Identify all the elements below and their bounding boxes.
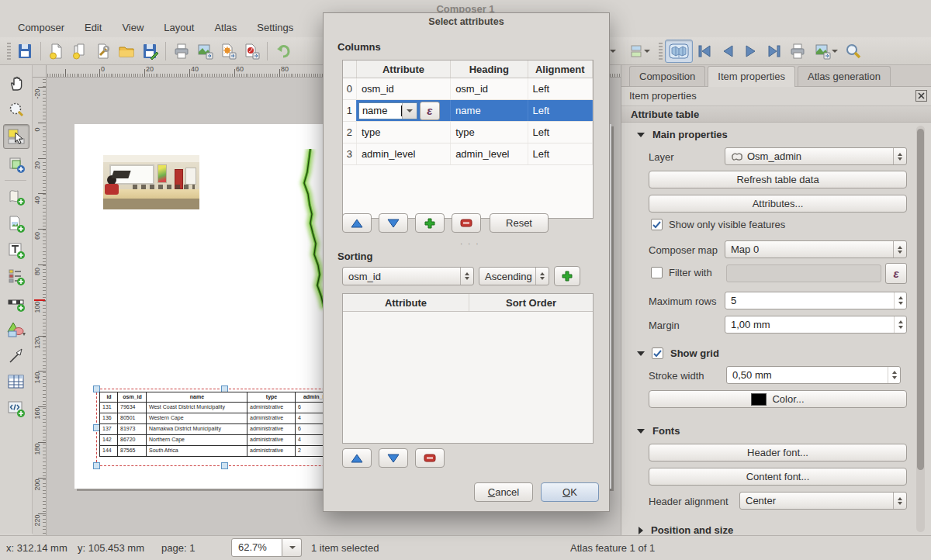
- add-map-button[interactable]: [3, 185, 29, 209]
- duplicate-composition-button[interactable]: [68, 40, 92, 62]
- sorting-remove-button[interactable]: [415, 448, 445, 468]
- refresh-table-button[interactable]: Refresh table data: [649, 171, 907, 188]
- print-atlas-button[interactable]: [786, 40, 809, 62]
- menu-edit[interactable]: Edit: [74, 19, 112, 36]
- printer-icon: [789, 43, 806, 60]
- selection-handle[interactable]: [221, 462, 228, 469]
- filter-expression-button[interactable]: ε: [885, 263, 907, 284]
- print-button[interactable]: [170, 40, 193, 62]
- new-composition-button[interactable]: [45, 40, 68, 62]
- menu-composer[interactable]: Composer: [8, 19, 74, 36]
- add-arrow-button[interactable]: [3, 344, 29, 368]
- add-legend-button[interactable]: [3, 264, 29, 289]
- scrollbar-thumb[interactable]: [917, 129, 924, 470]
- attributes-button[interactable]: Attributes...: [649, 195, 907, 213]
- show-grid-header[interactable]: Show grid: [637, 347, 719, 359]
- splitter-handle[interactable]: · · ·: [460, 240, 480, 248]
- export-pdf-button[interactable]: [240, 40, 263, 62]
- atlas-settings-button[interactable]: [842, 40, 865, 62]
- picture-item[interactable]: [103, 155, 199, 209]
- fonts-header[interactable]: Fonts: [637, 425, 680, 437]
- next-feature-button[interactable]: [739, 40, 763, 62]
- columns-row-1-selected[interactable]: 1 name ε name Left: [343, 100, 593, 122]
- tab-item-properties[interactable]: Item properties: [708, 66, 795, 87]
- columns-row-2[interactable]: 2 type type Left: [343, 122, 593, 143]
- zoom-level-dropdown[interactable]: [282, 538, 302, 557]
- composer-manager-button[interactable]: [92, 40, 115, 62]
- dropdown-caret-icon: [644, 50, 650, 53]
- stroke-width-spinbox[interactable]: 0,50 mm: [726, 366, 901, 384]
- previous-feature-button[interactable]: [716, 40, 739, 62]
- export-svg-button[interactable]: [216, 40, 240, 62]
- attribute-editor-value[interactable]: name: [359, 103, 401, 119]
- open-composition-button[interactable]: [115, 40, 138, 62]
- columns-label: Columns: [337, 41, 381, 53]
- save-as-template-button[interactable]: [138, 40, 161, 62]
- last-feature-button[interactable]: [763, 40, 786, 62]
- add-shape-dropdown[interactable]: [3, 317, 29, 342]
- pan-tool-button[interactable]: [3, 71, 29, 96]
- export-atlas-dropdown[interactable]: [809, 40, 842, 62]
- undo-button[interactable]: [272, 40, 295, 62]
- show-grid-checkbox[interactable]: [652, 347, 663, 359]
- first-feature-button[interactable]: [693, 40, 716, 62]
- composer-map-combo[interactable]: Map 0: [725, 240, 907, 258]
- show-visible-checkbox[interactable]: [651, 219, 663, 230]
- attribute-expression-button[interactable]: ε: [420, 102, 440, 120]
- sorting-table[interactable]: Attribute Sort Order: [342, 293, 594, 444]
- selection-handle[interactable]: [93, 462, 100, 469]
- add-image-button[interactable]: [3, 212, 29, 237]
- add-html-frame-button[interactable]: [3, 396, 29, 421]
- column-remove-button[interactable]: [452, 213, 481, 233]
- menu-layout[interactable]: Layout: [154, 19, 204, 36]
- add-scalebar-button[interactable]: [3, 291, 29, 316]
- tab-composition[interactable]: Composition: [629, 66, 705, 86]
- sorting-order-combo[interactable]: Ascending: [479, 267, 549, 285]
- reset-button[interactable]: Reset: [490, 213, 549, 233]
- columns-table[interactable]: Attribute Heading Alignment 0 osm_id osm…: [342, 60, 594, 219]
- layer-combo[interactable]: Osm_admin: [725, 147, 907, 165]
- sorting-attribute-combo[interactable]: osm_id: [342, 267, 474, 285]
- menu-view[interactable]: View: [112, 19, 154, 36]
- export-image-button[interactable]: [193, 40, 216, 62]
- grid-color-button[interactable]: Color...: [649, 390, 907, 408]
- position-size-header[interactable]: Position and size: [639, 524, 733, 536]
- panel-close-button[interactable]: [915, 90, 927, 102]
- next-feature-icon: [743, 44, 759, 58]
- menu-settings[interactable]: Settings: [247, 19, 303, 36]
- align-items-dropdown[interactable]: [622, 40, 656, 62]
- main-properties-header[interactable]: Main properties: [637, 129, 728, 140]
- edit-combo-dropdown[interactable]: [402, 103, 417, 119]
- move-item-content-button[interactable]: [3, 152, 29, 177]
- add-attribute-table-button[interactable]: [3, 370, 29, 395]
- content-font-button[interactable]: Content font...: [649, 468, 907, 486]
- menu-atlas[interactable]: Atlas: [204, 19, 247, 36]
- zoom-level-field[interactable]: 62.7%: [231, 538, 282, 557]
- attribute-edit-combo[interactable]: name: [358, 102, 417, 119]
- margin-spinbox[interactable]: 1,00 mm: [725, 316, 907, 334]
- preview-atlas-button[interactable]: [665, 40, 693, 63]
- columns-row-3[interactable]: 3 admin_level admin_level Left: [343, 143, 593, 165]
- header-font-button[interactable]: Header font...: [649, 444, 907, 461]
- header-alignment-combo[interactable]: Center: [739, 492, 907, 510]
- zoom-tool-button[interactable]: [3, 98, 29, 123]
- save-project-button[interactable]: [13, 40, 36, 62]
- column-move-down-button[interactable]: [379, 213, 408, 233]
- filter-with-checkbox[interactable]: [651, 267, 663, 278]
- ok-button[interactable]: OK: [541, 482, 599, 502]
- max-rows-spinbox[interactable]: 5: [725, 292, 907, 309]
- align-items-icon: [629, 44, 643, 58]
- columns-row-0[interactable]: 0 osm_id osm_id Left: [343, 78, 593, 100]
- tab-atlas-generation[interactable]: Atlas generation: [798, 66, 891, 86]
- cancel-button[interactable]: Cancel: [474, 482, 533, 502]
- sorting-move-down-button[interactable]: [379, 448, 408, 468]
- add-label-button[interactable]: [3, 238, 29, 263]
- filter-expression-field[interactable]: [726, 264, 881, 282]
- attribute-table-item[interactable]: id osm_id name type admin_level 13179634…: [99, 392, 355, 457]
- panel-scrollbar[interactable]: [916, 126, 925, 532]
- column-move-up-button[interactable]: [342, 213, 372, 233]
- column-add-button[interactable]: [415, 213, 445, 233]
- sorting-move-up-button[interactable]: [342, 448, 372, 468]
- select-move-item-button[interactable]: [3, 124, 29, 149]
- sorting-add-button[interactable]: [554, 266, 580, 286]
